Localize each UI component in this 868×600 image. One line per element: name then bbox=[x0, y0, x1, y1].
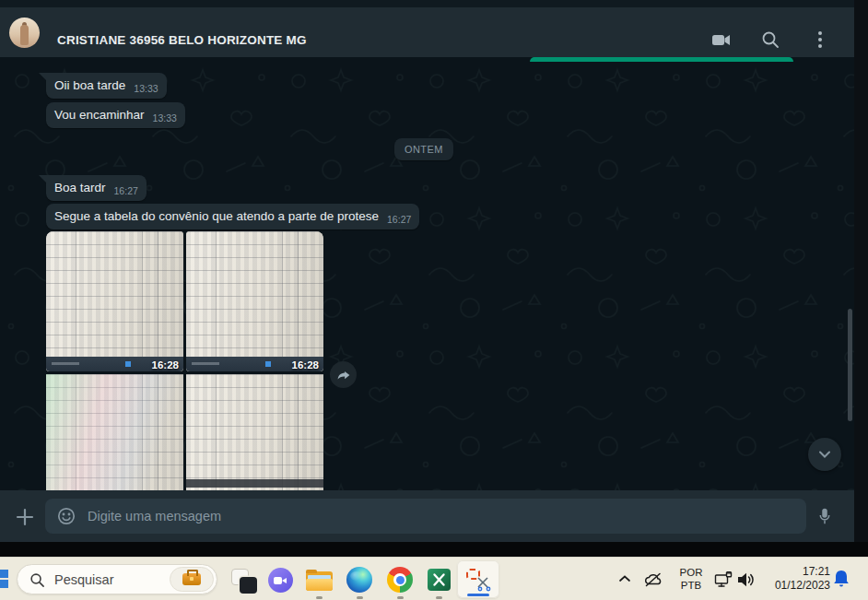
message-text: Segue a tabela do convênio que atendo a … bbox=[54, 209, 379, 224]
forward-icon[interactable] bbox=[330, 361, 357, 388]
windows-taskbar: POR PTB 17:21 01/12/2023 bbox=[0, 557, 868, 600]
task-view-icon[interactable] bbox=[231, 569, 257, 594]
whatsapp-window: CRISTIANE 36956 BELO HORIZONTE MG bbox=[0, 0, 854, 542]
windows-start-icon[interactable] bbox=[0, 570, 8, 589]
photo-timestamp: 16:28 bbox=[292, 359, 319, 371]
video-call-icon[interactable] bbox=[709, 28, 733, 52]
message-time: 13:33 bbox=[134, 84, 158, 94]
running-app-indicator bbox=[436, 596, 442, 599]
scissors-icon bbox=[476, 577, 492, 592]
active-app-indicator bbox=[467, 594, 489, 596]
kebab-menu-icon[interactable] bbox=[808, 28, 832, 52]
running-app-indicator bbox=[397, 596, 404, 599]
network-icon[interactable] bbox=[714, 571, 733, 592]
plus-icon[interactable] bbox=[13, 505, 37, 529]
contact-avatar[interactable] bbox=[9, 18, 40, 48]
attachment-photo-2[interactable]: 16:28 bbox=[186, 231, 323, 371]
photo-timestamp: 16:28 bbox=[152, 359, 179, 371]
volume-icon[interactable] bbox=[736, 571, 757, 592]
incoming-message[interactable]: Vou encaminhar 13:33 bbox=[46, 102, 185, 128]
search-icon bbox=[29, 572, 45, 588]
system-clock[interactable]: 17:21 01/12/2023 bbox=[775, 565, 830, 593]
message-text: Vou encaminhar bbox=[54, 108, 145, 123]
conversation-panel: Oii boa tarde 13:33 Vou encaminhar 13:33… bbox=[0, 57, 854, 490]
emoji-icon[interactable] bbox=[55, 505, 77, 527]
search-highlights-badge[interactable] bbox=[170, 567, 214, 592]
message-field bbox=[45, 499, 806, 534]
incoming-message[interactable]: Segue a tabela do convênio que atendo a … bbox=[46, 204, 419, 229]
teams-chat-icon[interactable] bbox=[268, 568, 293, 593]
message-input[interactable] bbox=[88, 499, 769, 534]
incoming-message[interactable]: Oii boa tarde 13:33 bbox=[46, 73, 167, 99]
language-indicator[interactable]: POR PTB bbox=[675, 566, 707, 592]
contact-name[interactable]: CRISTIANE 36956 BELO HORIZONTE MG bbox=[57, 33, 307, 47]
chat-header: CRISTIANE 36956 BELO HORIZONTE MG bbox=[0, 7, 854, 57]
message-time: 16:27 bbox=[387, 215, 411, 225]
bell-icon[interactable] bbox=[832, 569, 850, 593]
excel-icon[interactable] bbox=[428, 569, 451, 591]
briefcase-icon bbox=[182, 573, 201, 585]
clock-time: 17:21 bbox=[775, 565, 830, 579]
search-icon[interactable] bbox=[758, 28, 782, 52]
message-time: 16:27 bbox=[114, 186, 138, 196]
message-time: 13:33 bbox=[153, 113, 177, 124]
snipping-tool-icon[interactable] bbox=[457, 560, 499, 598]
cloud-slash-icon[interactable] bbox=[643, 571, 663, 592]
edge-icon[interactable] bbox=[346, 567, 372, 593]
date-divider: ONTEM bbox=[394, 138, 453, 160]
taskbar-search[interactable] bbox=[17, 564, 217, 594]
attachment-photo-4[interactable] bbox=[186, 374, 323, 490]
outgoing-message-partial[interactable] bbox=[530, 57, 793, 62]
message-text: Boa tardr bbox=[54, 181, 106, 195]
taskbar-search-input[interactable] bbox=[54, 565, 170, 594]
incoming-message[interactable]: Boa tardr 16:27 bbox=[46, 175, 147, 201]
desktop-background bbox=[854, 0, 868, 557]
message-text: Oii boa tarde bbox=[54, 78, 125, 93]
running-app-indicator bbox=[357, 596, 363, 599]
chrome-icon[interactable] bbox=[387, 567, 413, 593]
attachment-photo-1[interactable]: 16:28 bbox=[46, 231, 183, 371]
scrollbar-thumb[interactable] bbox=[848, 309, 852, 421]
photo-album-message: 16:28 16:28 bbox=[46, 231, 323, 490]
file-explorer-icon[interactable] bbox=[306, 570, 333, 591]
camera-icon bbox=[274, 577, 282, 584]
chevron-up-icon[interactable] bbox=[617, 572, 632, 589]
desktop-background bbox=[0, 542, 868, 557]
attachment-photo-3[interactable] bbox=[46, 374, 183, 490]
mic-icon[interactable] bbox=[813, 504, 837, 528]
scroll-to-bottom-button[interactable] bbox=[808, 438, 841, 471]
language-line2: PTB bbox=[675, 579, 707, 592]
clock-date: 01/12/2023 bbox=[775, 579, 830, 593]
running-app-indicator bbox=[316, 596, 323, 599]
language-line1: POR bbox=[675, 566, 707, 579]
window-top-strip bbox=[0, 0, 854, 7]
composer-bar bbox=[0, 490, 854, 542]
